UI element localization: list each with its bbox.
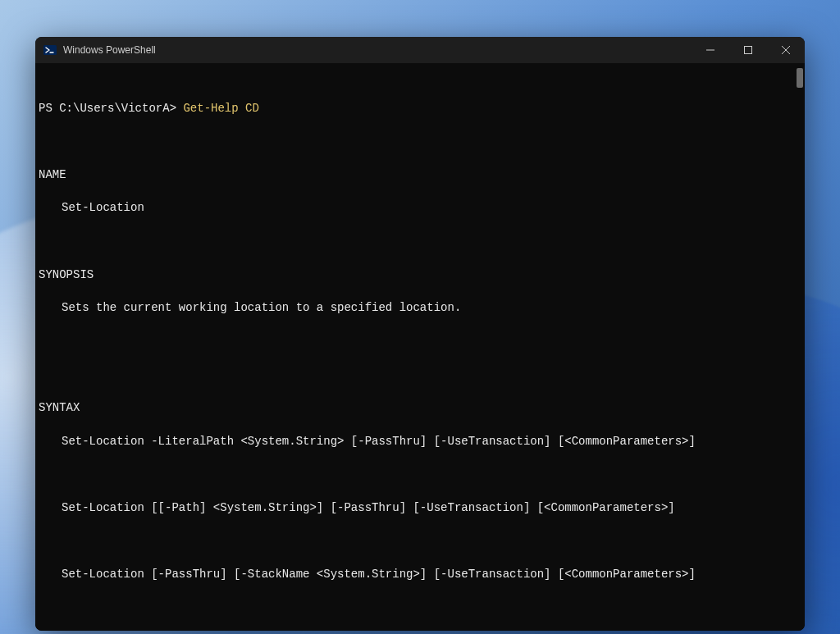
minimize-icon	[706, 46, 714, 54]
syntax-line: Set-Location [-PassThru] [-StackName <Sy…	[39, 566, 797, 582]
blank-line	[39, 333, 797, 349]
minimize-button[interactable]	[692, 37, 729, 63]
blank-line	[39, 600, 797, 616]
syntax-line: Set-Location [[-Path] <System.String>] […	[39, 499, 797, 516]
section-header-name: NAME	[39, 166, 797, 183]
terminal-output[interactable]: PS C:\Users\VictorA> Get-Help CD NAME Se…	[35, 63, 805, 631]
svg-rect-0	[43, 45, 57, 55]
blank-line	[39, 466, 797, 482]
name-value: Set-Location	[39, 199, 797, 216]
blank-line	[39, 133, 797, 149]
maximize-button[interactable]	[729, 37, 767, 63]
window-title: Windows PowerShell	[63, 44, 692, 56]
section-header-synopsis: SYNOPSIS	[39, 267, 797, 283]
syntax-line: Set-Location -LiteralPath <System.String…	[39, 433, 797, 449]
close-icon	[782, 46, 790, 54]
powershell-window: Windows PowerShell PS C:\Users\VictorA> …	[35, 37, 805, 631]
prompt: PS C:\Users\VictorA>	[39, 102, 183, 115]
synopsis-value: Sets the current working location to a s…	[39, 299, 797, 316]
section-header-syntax: SYNTAX	[39, 399, 797, 416]
blank-line	[39, 233, 797, 249]
titlebar[interactable]: Windows PowerShell	[35, 37, 805, 63]
close-button[interactable]	[767, 37, 805, 63]
window-controls	[692, 37, 805, 63]
scrollbar-thumb[interactable]	[797, 68, 803, 88]
command-input: Get-Help CD	[183, 102, 258, 115]
blank-line	[39, 366, 797, 382]
svg-rect-3	[745, 47, 752, 54]
maximize-icon	[744, 46, 752, 54]
powershell-icon	[43, 43, 57, 57]
blank-line	[39, 532, 797, 549]
